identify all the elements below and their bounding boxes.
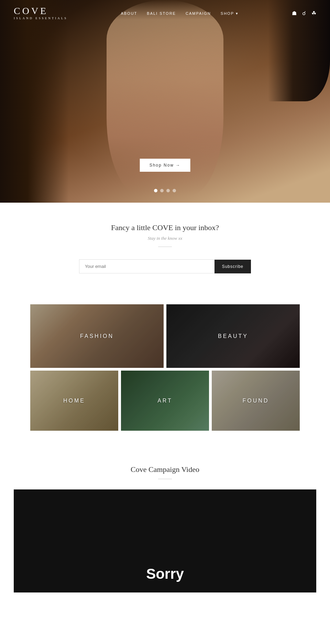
video-sorry-text: Sorry	[146, 566, 184, 582]
cart-icon[interactable]: ☘	[311, 10, 316, 16]
logo-subtitle: ISLAND ESSENTIALS	[14, 16, 67, 20]
beauty-label: BEAUTY	[218, 333, 248, 339]
shop-link[interactable]: SHOP ▾	[221, 11, 239, 15]
logo[interactable]: COVE ISLAND ESSENTIALS	[14, 6, 67, 20]
hero-section: Shop Now →	[0, 0, 330, 203]
bali-store-link[interactable]: BALI STORE	[147, 11, 176, 15]
category-beauty[interactable]: BEAUTY	[166, 304, 300, 368]
video-heading: Cove Campaign Video	[14, 465, 316, 474]
about-link[interactable]: ABOUT	[121, 11, 137, 15]
fashion-overlay: FASHION	[30, 304, 164, 368]
hero-dot-4[interactable]	[173, 189, 176, 192]
subscribe-button[interactable]: Subscribe	[214, 260, 251, 273]
video-container[interactable]: Sorry	[14, 489, 316, 592]
search-icon[interactable]: ☌	[302, 10, 306, 16]
hero-dots	[154, 189, 176, 192]
found-overlay: FOUND	[212, 371, 300, 431]
art-label: ART	[157, 398, 173, 404]
category-grid: FASHION BEAUTY HOME ART FOUND	[0, 291, 330, 444]
category-fashion[interactable]: FASHION	[30, 304, 164, 368]
newsletter-form: Subscribe	[79, 259, 251, 273]
video-section: Cove Campaign Video Sorry	[0, 444, 330, 599]
newsletter-divider	[158, 247, 172, 247]
newsletter-heading: Fancy a little COVE in your inbox?	[14, 223, 316, 232]
shop-now-button[interactable]: Shop Now →	[140, 159, 190, 172]
hero-dot-3[interactable]	[166, 189, 170, 192]
video-divider	[158, 479, 172, 479]
home-overlay: HOME	[30, 371, 118, 431]
category-art[interactable]: ART	[121, 371, 209, 431]
hero-dot-2[interactable]	[160, 189, 164, 192]
nav-icons: ☗ ☌ ☘	[292, 10, 316, 16]
beauty-overlay: BEAUTY	[166, 304, 300, 368]
user-icon[interactable]: ☗	[292, 10, 297, 16]
home-label: HOME	[63, 398, 85, 404]
fashion-label: FASHION	[80, 333, 114, 339]
art-overlay: ART	[121, 371, 209, 431]
found-label: FOUND	[243, 398, 269, 404]
category-row-bottom: HOME ART FOUND	[30, 371, 300, 431]
campaign-link[interactable]: CAMPAIGN	[186, 11, 211, 15]
newsletter-subheading: Stay in the know xx	[14, 236, 316, 241]
category-home[interactable]: HOME	[30, 371, 118, 431]
hero-dot-1[interactable]	[154, 189, 157, 192]
main-nav: COVE ISLAND ESSENTIALS ABOUT BALI STORE …	[0, 0, 330, 26]
category-row-top: FASHION BEAUTY	[30, 304, 300, 368]
email-input[interactable]	[79, 259, 214, 273]
newsletter-section: Fancy a little COVE in your inbox? Stay …	[0, 203, 330, 291]
category-found[interactable]: FOUND	[212, 371, 300, 431]
logo-title: COVE	[14, 6, 67, 16]
hero-rock-left	[0, 0, 69, 203]
nav-links: ABOUT BALI STORE CAMPAIGN SHOP ▾	[121, 10, 238, 16]
